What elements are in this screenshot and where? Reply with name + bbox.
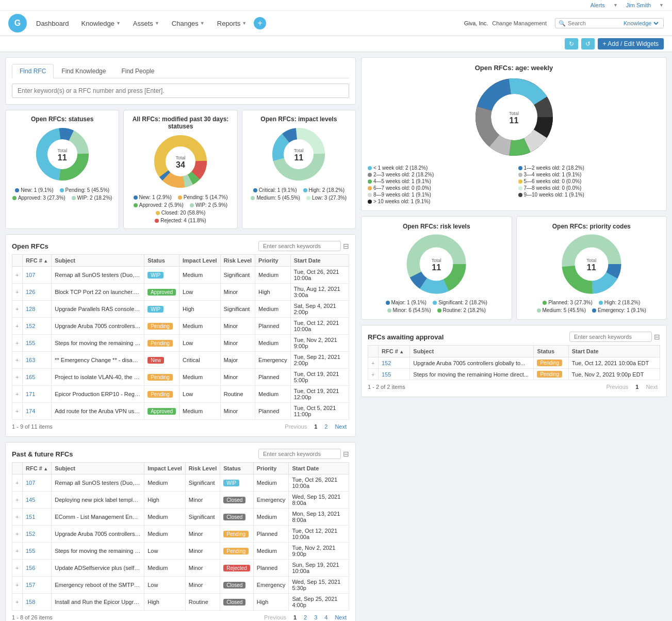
rfc-link[interactable]: 163 (26, 357, 35, 363)
aa-col-subject[interactable]: Subject (410, 346, 534, 357)
row-expand[interactable]: + (12, 284, 23, 301)
col-subject[interactable]: Subject (52, 255, 144, 267)
find-rfc-input[interactable] (12, 84, 349, 98)
row-expand[interactable]: + (12, 386, 23, 403)
col-impact[interactable]: Impact Level (179, 255, 221, 267)
pf-col-priority[interactable]: Priority (253, 463, 289, 475)
alerts-link[interactable]: Alerts (591, 2, 605, 8)
global-search[interactable]: 🔍 Knowledge (555, 18, 664, 28)
row-expand[interactable]: + (12, 335, 23, 352)
rfc-link[interactable]: 107 (26, 272, 35, 278)
nav-knowledge[interactable]: Knowledge ▼ (76, 17, 126, 30)
row-expand[interactable]: + (12, 403, 23, 420)
search-input[interactable] (568, 20, 619, 26)
row-expand[interactable]: + (12, 594, 23, 611)
aa-prev[interactable]: Previous (603, 383, 631, 390)
past-future-filter-icon[interactable]: ⊟ (343, 450, 349, 458)
row-expand[interactable]: + (12, 526, 23, 543)
rfc-link[interactable]: 152 (382, 360, 391, 366)
open-rfcs-prev[interactable]: Previous (282, 423, 309, 430)
rfc-link[interactable]: 145 (26, 497, 35, 503)
rfc-link[interactable]: 158 (26, 599, 35, 605)
aa-col-status[interactable]: Status (534, 346, 568, 357)
row-expand[interactable]: + (12, 577, 23, 594)
aa-col-rfc[interactable]: RFC # (379, 346, 410, 357)
row-expand[interactable]: + (12, 267, 23, 284)
open-rfcs-filter-icon[interactable]: ⊟ (343, 242, 349, 250)
pf-col-status[interactable]: Status (220, 463, 253, 475)
awaiting-approval-search-input[interactable] (569, 332, 652, 342)
pf-col-risk[interactable]: Risk Level (185, 463, 220, 475)
pf-next[interactable]: Next (332, 614, 349, 621)
pf-page-2[interactable]: 2 (301, 614, 309, 621)
nav-changes[interactable]: Changes ▼ (167, 17, 210, 30)
pf-col-start[interactable]: Start Date (289, 463, 349, 475)
rfc-link[interactable]: 155 (26, 548, 35, 554)
open-rfcs-search-input[interactable] (258, 241, 341, 251)
row-expand[interactable]: + (12, 475, 23, 492)
row-expand[interactable]: + (12, 543, 23, 560)
open-rfcs-page-1[interactable]: 1 (312, 423, 320, 430)
aa-next[interactable]: Next (643, 383, 660, 390)
pf-prev[interactable]: Previous (261, 614, 289, 621)
row-expand[interactable]: + (368, 357, 379, 369)
rfc-link[interactable]: 155 (382, 371, 391, 378)
row-expand[interactable]: + (12, 301, 23, 318)
rfc-link[interactable]: 152 (26, 531, 35, 537)
col-start[interactable]: Start Date (290, 255, 349, 267)
rfc-link[interactable]: 151 (26, 514, 35, 520)
open-rfcs-page-2[interactable]: 2 (322, 423, 330, 430)
pf-col-subject[interactable]: Subject (52, 463, 144, 475)
rfc-link[interactable]: 128 (26, 306, 35, 312)
rfc-link[interactable]: 174 (26, 408, 35, 414)
rfc-link[interactable]: 155 (26, 340, 35, 346)
awaiting-approval-filter-icon[interactable]: ⊟ (654, 333, 660, 341)
rfc-link[interactable]: 171 (26, 391, 35, 397)
nav-assets[interactable]: Assets ▼ (128, 17, 165, 30)
pf-col-impact[interactable]: Impact Level (144, 463, 186, 475)
tab-find-rfc[interactable]: Find RFC (12, 64, 54, 78)
rfc-start: Tue, Nov 2, 2021 9:00p (290, 335, 349, 352)
tab-find-knowledge[interactable]: Find Knowledge (54, 64, 113, 78)
aa-col-start[interactable]: Start Date (568, 346, 660, 357)
row-expand[interactable]: + (12, 369, 23, 386)
row-expand[interactable]: + (12, 352, 23, 369)
rfc-link[interactable]: 107 (26, 480, 35, 486)
nav-add-button[interactable]: + (254, 17, 266, 29)
rfc-start: Tue, Sep 21, 2021 2:00p (290, 352, 349, 369)
user-link[interactable]: Jim Smith (626, 2, 651, 8)
row-expand[interactable]: + (12, 492, 23, 509)
pf-page-4[interactable]: 4 (322, 614, 330, 621)
col-rfc-num[interactable]: RFC # (23, 255, 52, 267)
nav-dashboard[interactable]: Dashboard (31, 17, 74, 30)
rfc-start: Sun, Sep 19, 2021 10:00a (289, 560, 349, 577)
col-status[interactable]: Status (144, 255, 179, 267)
undo-button[interactable]: ↺ (581, 38, 595, 50)
refresh-button[interactable]: ↻ (565, 38, 578, 50)
nav-reports[interactable]: Reports ▼ (212, 17, 252, 30)
open-rfcs-next[interactable]: Next (332, 423, 349, 430)
row-expand[interactable]: + (12, 560, 23, 577)
aa-page-1[interactable]: 1 (633, 383, 641, 390)
row-expand[interactable]: + (12, 318, 23, 335)
rfc-link[interactable]: 126 (26, 289, 35, 295)
row-expand[interactable]: + (368, 369, 379, 380)
tab-find-people[interactable]: Find People (113, 64, 162, 78)
rfc-priority: Planned (255, 318, 291, 335)
col-risk[interactable]: Risk Level (220, 255, 255, 267)
row-expand[interactable]: + (12, 509, 23, 526)
rfc-link[interactable]: 157 (26, 582, 35, 588)
search-scope-select[interactable]: Knowledge (621, 20, 660, 27)
pf-page-3[interactable]: 3 (312, 614, 320, 621)
add-edit-widgets-button[interactable]: + Add / Edit Widgets (598, 38, 664, 50)
col-priority[interactable]: Priority (255, 255, 291, 267)
rfc-id: 126 (23, 284, 52, 301)
past-future-rfcs-card: Past & future RFCs ⊟ RFC # Subject Impac… (5, 442, 356, 621)
donut-priority: Total 11 (561, 233, 622, 297)
rfc-link[interactable]: 165 (26, 374, 35, 380)
past-future-search-input[interactable] (258, 449, 341, 459)
pf-col-rfc[interactable]: RFC # (23, 463, 52, 475)
rfc-link[interactable]: 156 (26, 565, 35, 571)
rfc-link[interactable]: 152 (26, 323, 35, 329)
pf-page-1[interactable]: 1 (291, 614, 299, 621)
